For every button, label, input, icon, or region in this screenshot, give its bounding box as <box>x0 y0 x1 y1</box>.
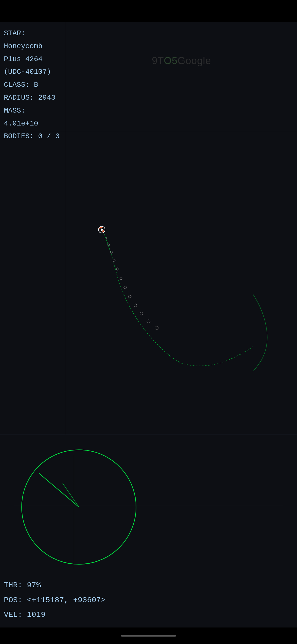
bottom-panel: THR: 97% POS: <+115187, +93607> VEL: 101… <box>0 435 297 627</box>
mass-row: MASS: 4.01e+10 <box>4 104 63 130</box>
mass-label: MASS: <box>4 107 25 115</box>
thr-value: 97% <box>27 581 41 590</box>
svg-point-5 <box>120 277 122 280</box>
thr-row: THR: 97% <box>4 578 293 593</box>
app-screen: STAR: Honeycomb Plus 4264 (UDC-40107) CL… <box>0 0 297 644</box>
radar-svg <box>0 435 297 574</box>
class-label: CLASS: <box>4 81 30 89</box>
class-value: B <box>34 81 38 89</box>
class-row: CLASS: B <box>4 78 63 91</box>
top-panel: STAR: Honeycomb Plus 4264 (UDC-40107) CL… <box>0 22 297 132</box>
star-label: STAR: <box>4 29 25 37</box>
home-bar <box>121 635 176 637</box>
star-name-row: STAR: Honeycomb Plus 4264 (UDC-40107) <box>4 27 63 78</box>
vel-label: VEL: <box>4 610 27 619</box>
pos-label: POS: <box>4 596 27 604</box>
watermark-text-9t: 9T <box>152 55 164 66</box>
svg-point-11 <box>155 326 158 330</box>
nav-left-bar <box>0 132 66 435</box>
pos-row: POS: <+115187, +93607> <box>4 593 293 607</box>
svg-point-9 <box>140 312 143 315</box>
pos-value: <+115187, +93607> <box>27 596 106 604</box>
nav-svg <box>66 132 297 435</box>
svg-point-1 <box>108 244 110 246</box>
vel-row: VEL: 1019 <box>4 607 293 622</box>
radar-area[interactable] <box>0 435 297 574</box>
svg-point-13 <box>101 229 103 231</box>
star-info-panel: STAR: Honeycomb Plus 4264 (UDC-40107) CL… <box>0 22 66 132</box>
radius-row: RADIUS: 2943 <box>4 91 63 104</box>
home-indicator <box>0 627 297 644</box>
svg-point-6 <box>124 286 127 289</box>
status-bar <box>0 0 297 22</box>
mass-value: 4.01e+10 <box>4 119 38 128</box>
nav-view[interactable] <box>66 132 297 435</box>
radius-label: RADIUS: <box>4 94 34 102</box>
watermark: 9TO5Google <box>152 55 211 67</box>
star-name-value: Honeycomb Plus 4264 (UDC-40107) <box>4 42 51 76</box>
svg-point-8 <box>134 304 137 307</box>
thr-label: THR: <box>4 581 27 590</box>
main-content: STAR: Honeycomb Plus 4264 (UDC-40107) CL… <box>0 22 297 644</box>
telemetry-panel: THR: 97% POS: <+115187, +93607> VEL: 101… <box>0 574 297 627</box>
svg-point-4 <box>117 268 119 270</box>
watermark-text-o5: O5 <box>164 55 178 66</box>
nav-panel[interactable] <box>0 132 297 435</box>
svg-point-7 <box>128 295 131 298</box>
radius-value: 2943 <box>38 94 55 102</box>
watermark-panel: 9TO5Google <box>66 22 297 132</box>
svg-point-10 <box>147 320 150 323</box>
vel-value: 1019 <box>27 610 45 619</box>
svg-point-0 <box>105 237 107 239</box>
svg-line-18 <box>39 473 79 507</box>
watermark-text-google: Google <box>178 55 211 66</box>
